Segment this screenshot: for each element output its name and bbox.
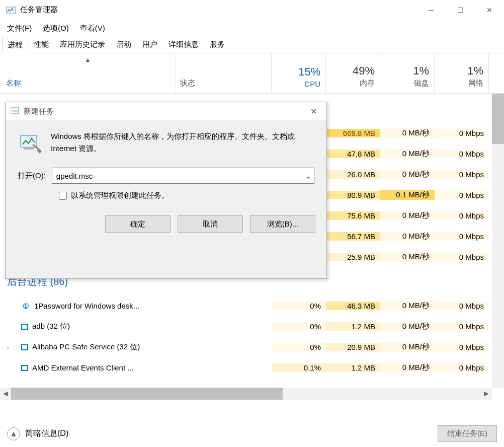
- column-disk[interactable]: 1% 磁盘: [380, 53, 435, 93]
- process-name: ①1Password for Windows desk...: [0, 302, 176, 311]
- memory-cell: 75.6 MB: [326, 211, 380, 220]
- cpu-cell: 0.1%: [272, 363, 326, 372]
- expand-icon[interactable]: ›: [7, 344, 13, 351]
- cpu-total-pct: 15%: [298, 65, 320, 79]
- sort-ascending-icon: ▲: [85, 56, 91, 63]
- app-icon: [21, 344, 28, 350]
- cpu-cell: 0%: [272, 343, 326, 351]
- column-headers: ▲ 名称 状态 15% CPU 49% 内存 1% 磁盘 1% 网络: [0, 53, 504, 94]
- dialog-title: 新建任务: [24, 107, 305, 116]
- cpu-cell: 0%: [272, 322, 326, 331]
- network-cell: 0 Mbps: [435, 363, 489, 372]
- app-icon: [6, 6, 16, 15]
- column-cpu-label: CPU: [304, 80, 320, 88]
- cpu-cell: 0%: [272, 302, 326, 310]
- tab-details[interactable]: 详细信息: [163, 36, 204, 53]
- disk-cell: 0.1 MB/秒: [380, 190, 435, 200]
- disk-total-pct: 1%: [413, 64, 429, 78]
- table-row[interactable]: ①1Password for Windows desk...0%46.3 MB0…: [0, 295, 492, 316]
- disk-cell: 0 MB/秒: [380, 342, 435, 352]
- table-row[interactable]: ›Alibaba PC Safe Service (32 位)0%20.9 MB…: [0, 337, 492, 357]
- column-memory-label: 内存: [360, 79, 375, 88]
- admin-checkbox-label[interactable]: 以系统管理权限创建此任务。: [71, 191, 169, 200]
- dialog-title-bar: 新建任务 ✕: [6, 102, 326, 120]
- network-cell: 0 Mbps: [435, 322, 489, 331]
- column-disk-label: 磁盘: [414, 79, 429, 88]
- column-network[interactable]: 1% 网络: [435, 53, 489, 93]
- column-status[interactable]: 状态: [176, 53, 272, 93]
- memory-cell: 26.0 MB: [326, 170, 380, 179]
- memory-cell: 80.9 MB: [326, 191, 380, 199]
- ok-button[interactable]: 确定: [105, 215, 171, 233]
- network-cell: 0 Mbps: [435, 253, 489, 261]
- process-name: adb (32 位): [0, 322, 176, 331]
- tab-history[interactable]: 应用历史记录: [54, 36, 111, 53]
- vertical-scroll-thumb[interactable]: [492, 94, 504, 144]
- column-status-label: 状态: [180, 79, 195, 88]
- admin-checkbox[interactable]: [59, 192, 67, 200]
- fewer-details-toggle[interactable]: ▲: [7, 427, 20, 440]
- table-row[interactable]: adb (32 位)0%1.2 MB0 MB/秒0 Mbps: [0, 316, 492, 337]
- run-program-icon: [18, 130, 42, 155]
- menu-bar: 文件(F) 选项(O) 查看(V): [0, 20, 504, 36]
- tab-users[interactable]: 用户: [137, 36, 163, 53]
- horizontal-scroll-thumb[interactable]: [11, 388, 283, 400]
- process-name: AMD External Events Client ...: [0, 363, 176, 372]
- memory-cell: 56.7 MB: [326, 232, 380, 241]
- minimize-button[interactable]: ─: [416, 0, 446, 20]
- disk-cell: 0 MB/秒: [380, 363, 435, 372]
- svg-rect-2: [12, 110, 18, 112]
- tab-startup[interactable]: 启动: [111, 36, 137, 53]
- menu-view[interactable]: 查看(V): [78, 23, 107, 34]
- disk-cell: 0 MB/秒: [380, 322, 435, 331]
- title-bar: 任务管理器 ─ ☐ ✕: [0, 0, 504, 20]
- table-row[interactable]: AMD External Events Client ...0.1%1.2 MB…: [0, 357, 492, 378]
- column-memory[interactable]: 49% 内存: [326, 53, 380, 93]
- network-cell: 0 Mbps: [435, 191, 489, 199]
- dropdown-arrow-icon[interactable]: ⌄: [302, 168, 314, 183]
- network-cell: 0 Mbps: [435, 343, 489, 351]
- open-combobox[interactable]: ⌄: [52, 168, 314, 184]
- tab-processes[interactable]: 进程: [2, 37, 28, 53]
- memory-cell: 1.2 MB: [326, 363, 380, 372]
- network-cell: 0 Mbps: [435, 232, 489, 241]
- open-input[interactable]: [52, 168, 302, 183]
- window-title: 任务管理器: [20, 5, 416, 15]
- disk-cell: 0 MB/秒: [380, 252, 435, 262]
- horizontal-scrollbar[interactable]: ◄ ►: [0, 388, 492, 400]
- tab-services[interactable]: 服务: [204, 36, 230, 53]
- end-task-button[interactable]: 结束任务(E): [438, 425, 497, 442]
- scroll-left-arrow[interactable]: ◄: [0, 388, 11, 400]
- menu-options[interactable]: 选项(O): [41, 23, 71, 34]
- memory-total-pct: 49%: [353, 64, 375, 78]
- open-label: 打开(O):: [18, 171, 46, 181]
- disk-cell: 0 MB/秒: [380, 149, 435, 159]
- column-network-label: 网络: [468, 79, 483, 88]
- vertical-scrollbar[interactable]: [492, 94, 504, 388]
- network-cell: 0 Mbps: [435, 302, 489, 310]
- window-controls: ─ ☐ ✕: [416, 0, 504, 20]
- memory-cell: 20.9 MB: [326, 343, 380, 351]
- network-cell: 0 Mbps: [435, 129, 489, 137]
- svg-rect-4: [24, 147, 34, 150]
- column-name-label: 名称: [6, 79, 21, 88]
- app-icon: ①: [21, 302, 30, 311]
- network-cell: 0 Mbps: [435, 211, 489, 220]
- menu-file[interactable]: 文件(F): [5, 23, 34, 34]
- memory-cell: 669.8 MB: [326, 129, 380, 137]
- scroll-right-arrow[interactable]: ►: [481, 388, 492, 400]
- run-dialog-icon: [11, 106, 20, 116]
- memory-cell: 47.8 MB: [326, 150, 380, 158]
- maximize-button[interactable]: ☐: [446, 0, 475, 20]
- app-icon: [21, 365, 28, 371]
- cancel-button[interactable]: 取消: [178, 215, 243, 233]
- column-name[interactable]: ▲ 名称: [0, 53, 176, 93]
- column-cpu[interactable]: 15% CPU: [272, 53, 326, 93]
- dialog-close-button[interactable]: ✕: [305, 105, 321, 117]
- fewer-details-label[interactable]: 简略信息(D): [25, 428, 68, 439]
- browse-button[interactable]: 浏览(B)...: [250, 215, 315, 233]
- memory-cell: 46.3 MB: [326, 302, 380, 310]
- disk-cell: 0 MB/秒: [380, 301, 435, 311]
- close-button[interactable]: ✕: [475, 0, 504, 20]
- tab-performance[interactable]: 性能: [28, 36, 54, 53]
